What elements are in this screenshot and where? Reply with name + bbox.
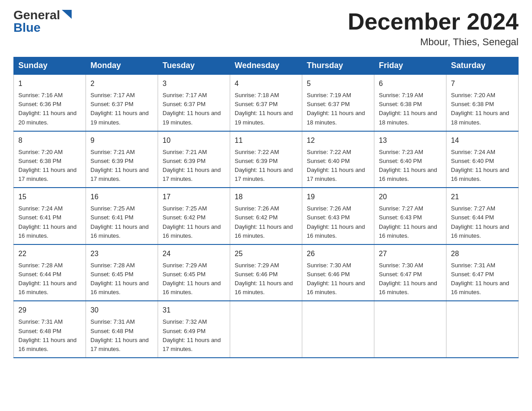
daylight-label: Daylight: 11 hours and 16 minutes. [163,223,221,239]
calendar-cell: 8 Sunrise: 7:20 AM Sunset: 6:38 PM Dayli… [14,131,86,188]
sunrise-label: Sunrise: 7:21 AM [90,149,135,155]
cell-content: Sunrise: 7:21 AM Sunset: 6:39 PM Dayligh… [163,148,225,184]
sunset-label: Sunset: 6:41 PM [18,214,61,221]
calendar-cell: 17 Sunrise: 7:25 AM Sunset: 6:42 PM Dayl… [158,188,230,244]
sunset-label: Sunset: 6:46 PM [307,271,350,278]
cell-content: Sunrise: 7:28 AM Sunset: 6:44 PM Dayligh… [18,261,81,297]
day-number: 18 [235,192,297,202]
calendar-cell: 4 Sunrise: 7:18 AM Sunset: 6:37 PM Dayli… [230,74,302,131]
day-number: 14 [451,135,514,146]
daylight-label: Daylight: 11 hours and 16 minutes. [379,223,437,239]
cell-content: Sunrise: 7:18 AM Sunset: 6:37 PM Dayligh… [235,91,297,127]
calendar-cell: 19 Sunrise: 7:26 AM Sunset: 6:43 PM Dayl… [302,188,374,244]
daylight-label: Daylight: 11 hours and 17 minutes. [163,167,221,182]
day-number: 26 [307,248,369,259]
calendar-cell: 7 Sunrise: 7:20 AM Sunset: 6:38 PM Dayli… [446,74,519,131]
sunset-label: Sunset: 6:40 PM [451,158,494,164]
day-number: 8 [18,135,81,146]
logo: General Blue [13,9,72,34]
day-number: 1 [18,78,81,89]
page-header: General Blue December 2024 Mbour, Thies,… [13,9,519,48]
cell-content: Sunrise: 7:17 AM Sunset: 6:37 PM Dayligh… [163,91,225,127]
sunset-label: Sunset: 6:37 PM [235,101,278,107]
sunset-label: Sunset: 6:43 PM [307,214,350,221]
sunrise-label: Sunrise: 7:28 AM [90,262,135,269]
sunset-label: Sunset: 6:38 PM [451,101,494,107]
day-number: 15 [18,192,81,202]
calendar-week-row: 29 Sunrise: 7:31 AM Sunset: 6:48 PM Dayl… [14,301,519,358]
daylight-label: Daylight: 11 hours and 16 minutes. [379,167,437,182]
cell-content: Sunrise: 7:24 AM Sunset: 6:40 PM Dayligh… [451,148,514,184]
calendar-cell: 18 Sunrise: 7:26 AM Sunset: 6:42 PM Dayl… [230,188,302,244]
calendar-week-row: 15 Sunrise: 7:24 AM Sunset: 6:41 PM Dayl… [14,188,519,244]
cell-content: Sunrise: 7:20 AM Sunset: 6:38 PM Dayligh… [451,91,514,127]
day-number: 10 [163,135,225,146]
day-number: 22 [18,248,81,259]
daylight-label: Daylight: 11 hours and 20 minutes. [18,110,77,125]
daylight-label: Daylight: 11 hours and 19 minutes. [163,110,221,125]
sunrise-label: Sunrise: 7:31 AM [451,262,495,269]
calendar-cell: 12 Sunrise: 7:22 AM Sunset: 6:40 PM Dayl… [302,131,374,188]
sunset-label: Sunset: 6:39 PM [163,158,206,164]
cell-content: Sunrise: 7:24 AM Sunset: 6:41 PM Dayligh… [18,204,81,240]
calendar-cell: 26 Sunrise: 7:30 AM Sunset: 6:46 PM Dayl… [302,244,374,301]
daylight-label: Daylight: 11 hours and 17 minutes. [90,167,149,182]
day-number: 13 [379,135,442,146]
calendar-cell: 3 Sunrise: 7:17 AM Sunset: 6:37 PM Dayli… [158,74,230,131]
cell-content: Sunrise: 7:22 AM Sunset: 6:39 PM Dayligh… [235,148,297,184]
daylight-label: Daylight: 11 hours and 16 minutes. [18,280,77,295]
logo-general: General [13,9,60,21]
calendar-cell: 11 Sunrise: 7:22 AM Sunset: 6:39 PM Dayl… [230,131,302,188]
sunset-label: Sunset: 6:41 PM [90,214,133,221]
calendar-cell: 1 Sunrise: 7:16 AM Sunset: 6:36 PM Dayli… [14,74,86,131]
sunset-label: Sunset: 6:38 PM [18,158,61,164]
day-number: 11 [235,135,297,146]
cell-content: Sunrise: 7:26 AM Sunset: 6:42 PM Dayligh… [235,204,297,240]
day-number: 7 [451,78,514,89]
cell-content: Sunrise: 7:23 AM Sunset: 6:40 PM Dayligh… [379,148,442,184]
calendar-cell [302,301,374,358]
sunrise-label: Sunrise: 7:16 AM [18,92,63,98]
day-number: 12 [307,135,369,146]
sunrise-label: Sunrise: 7:30 AM [379,262,423,269]
sunset-label: Sunset: 6:46 PM [235,271,278,278]
calendar-cell [230,301,302,358]
sunrise-label: Sunrise: 7:25 AM [163,205,207,212]
day-number: 23 [90,248,153,259]
sunset-label: Sunset: 6:42 PM [163,214,206,221]
daylight-label: Daylight: 11 hours and 16 minutes. [307,280,365,295]
daylight-label: Daylight: 11 hours and 16 minutes. [451,167,509,182]
sunset-label: Sunset: 6:39 PM [90,158,133,164]
cell-content: Sunrise: 7:25 AM Sunset: 6:41 PM Dayligh… [90,204,153,240]
day-number: 9 [90,135,153,146]
sunrise-label: Sunrise: 7:17 AM [90,92,135,98]
sunset-label: Sunset: 6:44 PM [451,214,494,221]
calendar-cell: 28 Sunrise: 7:31 AM Sunset: 6:47 PM Dayl… [446,244,519,301]
cell-content: Sunrise: 7:32 AM Sunset: 6:49 PM Dayligh… [163,317,225,354]
daylight-label: Daylight: 11 hours and 16 minutes. [90,223,149,239]
cell-content: Sunrise: 7:27 AM Sunset: 6:44 PM Dayligh… [451,204,514,240]
sunrise-label: Sunrise: 7:20 AM [18,149,63,155]
sunrise-label: Sunrise: 7:24 AM [451,149,495,155]
calendar-cell: 2 Sunrise: 7:17 AM Sunset: 6:37 PM Dayli… [86,74,158,131]
daylight-label: Daylight: 11 hours and 17 minutes. [90,337,149,352]
daylight-label: Daylight: 11 hours and 16 minutes. [18,223,77,239]
calendar-week-row: 22 Sunrise: 7:28 AM Sunset: 6:44 PM Dayl… [14,244,519,301]
sunrise-label: Sunrise: 7:25 AM [90,205,135,212]
day-number: 5 [307,78,369,89]
day-number: 28 [451,248,514,259]
daylight-label: Daylight: 11 hours and 17 minutes. [163,337,221,352]
weekday-header-tuesday: Tuesday [158,57,230,75]
calendar-cell: 29 Sunrise: 7:31 AM Sunset: 6:48 PM Dayl… [14,301,86,358]
sunrise-label: Sunrise: 7:22 AM [307,149,351,155]
day-number: 6 [379,78,442,89]
daylight-label: Daylight: 11 hours and 19 minutes. [235,110,293,125]
cell-content: Sunrise: 7:19 AM Sunset: 6:38 PM Dayligh… [379,91,442,127]
sunset-label: Sunset: 6:37 PM [90,101,133,107]
day-number: 3 [163,78,225,89]
weekday-header-wednesday: Wednesday [230,57,302,75]
weekday-header-thursday: Thursday [302,57,374,75]
calendar-cell: 21 Sunrise: 7:27 AM Sunset: 6:44 PM Dayl… [446,188,519,244]
logo-triangle-icon [62,10,72,19]
day-number: 30 [90,305,153,316]
